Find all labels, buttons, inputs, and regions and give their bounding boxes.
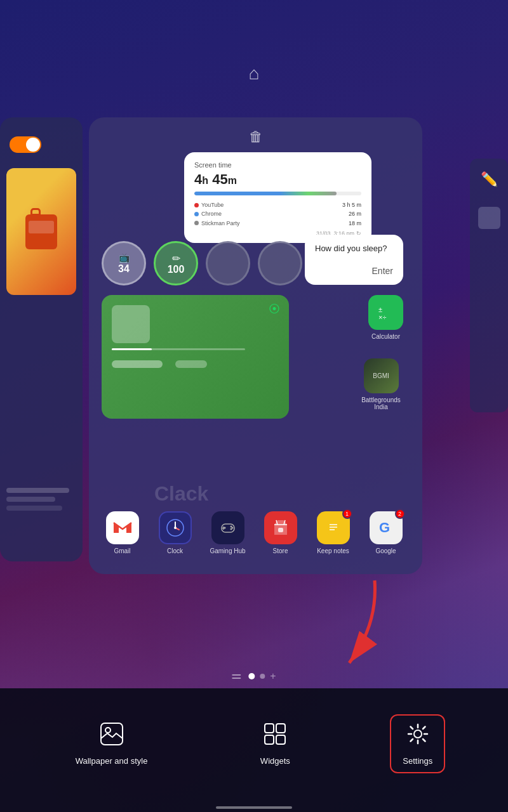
calculator-label: Calculator xyxy=(371,333,400,340)
trash-icon[interactable]: 🗑 xyxy=(249,129,263,145)
circle-widgets-row: 📺 34 ✏ 100 xyxy=(102,241,302,285)
right-square xyxy=(478,207,500,229)
svg-rect-23 xyxy=(265,724,274,733)
clack-text: Clack xyxy=(154,482,208,506)
app-gaming-hub[interactable]: Gaming Hub xyxy=(207,511,248,555)
google-label: Google xyxy=(375,547,396,555)
keep-label: Keep notes xyxy=(317,547,349,555)
dock-wallpaper[interactable]: Wallpaper and style xyxy=(63,714,161,773)
music-progress-bar xyxy=(112,348,245,350)
toggle-switch[interactable] xyxy=(10,136,41,153)
screen-time-total: 4h 45m xyxy=(194,171,361,188)
clock-label: Clock xyxy=(167,547,183,555)
svg-rect-15 xyxy=(327,521,340,535)
circle-3[interactable] xyxy=(206,241,250,285)
svg-point-6 xyxy=(174,527,177,529)
music-album-art xyxy=(112,305,150,343)
wallpaper-icon xyxy=(100,722,124,751)
screen-time-title: Screen time xyxy=(194,161,361,169)
circle-4[interactable] xyxy=(258,241,302,285)
music-info xyxy=(112,360,279,368)
calculator-widget[interactable]: ± ×÷ Calculator xyxy=(368,295,403,340)
page-indicators: + xyxy=(232,671,276,682)
gmail-label: Gmail xyxy=(114,547,130,555)
pencil-circle[interactable]: ✏ 100 xyxy=(154,241,198,285)
battlegrounds-widget[interactable]: BGMI Battlegrounds India xyxy=(359,358,403,410)
page-dot-1[interactable] xyxy=(248,673,255,679)
svg-rect-25 xyxy=(265,735,274,744)
svg-rect-26 xyxy=(276,735,285,744)
sleep-question: How did you sleep? xyxy=(315,244,393,253)
card-right: ✏️ xyxy=(470,159,508,412)
card-left xyxy=(0,117,83,561)
svg-rect-14 xyxy=(278,528,283,532)
bottom-dock: Wallpaper and style Widgets Settings xyxy=(0,688,508,812)
app-grid: Gmail Clock xyxy=(102,511,406,555)
widgets-icon xyxy=(263,722,287,751)
screen-icon: 📺 xyxy=(119,252,130,263)
wallpaper-label: Wallpaper and style xyxy=(76,756,148,766)
spotify-icon: ⦿ xyxy=(269,303,280,316)
screen-time-apps: YouTube 3 h 5 m Chrome 26 m Stickman Par… xyxy=(194,200,361,228)
svg-point-11 xyxy=(230,528,232,530)
svg-text:×÷: ×÷ xyxy=(378,313,386,321)
screen-time-bar xyxy=(194,192,361,195)
pencil-value: 100 xyxy=(168,265,185,275)
calculator-icon: ± ×÷ xyxy=(368,295,403,330)
svg-point-22 xyxy=(105,728,110,733)
dock-settings[interactable]: Settings xyxy=(390,714,445,773)
settings-icon xyxy=(406,722,430,751)
toggle-circle xyxy=(26,138,40,152)
page-add[interactable]: + xyxy=(270,671,276,682)
battlegrounds-icon: BGMI xyxy=(364,358,399,393)
svg-text:±: ± xyxy=(378,306,382,313)
app-gmail[interactable]: Gmail xyxy=(102,511,143,555)
music-widget[interactable]: ⦿ xyxy=(102,295,289,419)
keep-badge: 1 xyxy=(342,509,352,519)
app-google[interactable]: G 2 Google xyxy=(365,511,406,555)
left-list-items xyxy=(6,488,76,511)
home-indicator xyxy=(216,806,292,809)
pencil-icon: ✏ xyxy=(172,252,180,265)
arrow-container xyxy=(324,574,400,676)
gaming-hub-label: Gaming Hub xyxy=(210,547,245,555)
screen-time-widget[interactable]: Screen time 4h 45m YouTube 3 h 5 m Chrom… xyxy=(184,152,371,243)
screen-value: 34 xyxy=(118,264,130,274)
dock-widgets[interactable]: Widgets xyxy=(248,714,303,773)
app-clock[interactable]: Clock xyxy=(154,511,196,555)
home-icon: ⌂ xyxy=(249,63,260,84)
page-dot-2[interactable] xyxy=(260,674,265,679)
widgets-label: Widgets xyxy=(260,756,290,766)
sleep-widget[interactable]: How did you sleep? Enter xyxy=(305,235,403,285)
svg-point-27 xyxy=(414,730,422,738)
svg-rect-24 xyxy=(276,724,285,733)
left-thumbnail xyxy=(6,168,76,295)
card-main[interactable]: 🗑 Screen time 4h 45m YouTube 3 h 5 m Chr… xyxy=(89,117,422,574)
app-keep-notes[interactable]: 1 Keep notes xyxy=(312,511,354,555)
app-store[interactable]: Store xyxy=(260,511,301,555)
right-edit-icon: ✏️ xyxy=(481,171,498,188)
arrow-svg xyxy=(324,574,400,676)
screen-time-circle[interactable]: 📺 34 xyxy=(102,241,146,285)
svg-text:G: G xyxy=(379,520,390,535)
sleep-enter-button[interactable]: Enter xyxy=(315,266,393,276)
settings-label: Settings xyxy=(403,756,432,766)
google-badge: 2 xyxy=(395,509,405,519)
battlegrounds-label: Battlegrounds India xyxy=(359,396,403,410)
store-label: Store xyxy=(273,547,288,555)
svg-rect-21 xyxy=(101,723,123,745)
